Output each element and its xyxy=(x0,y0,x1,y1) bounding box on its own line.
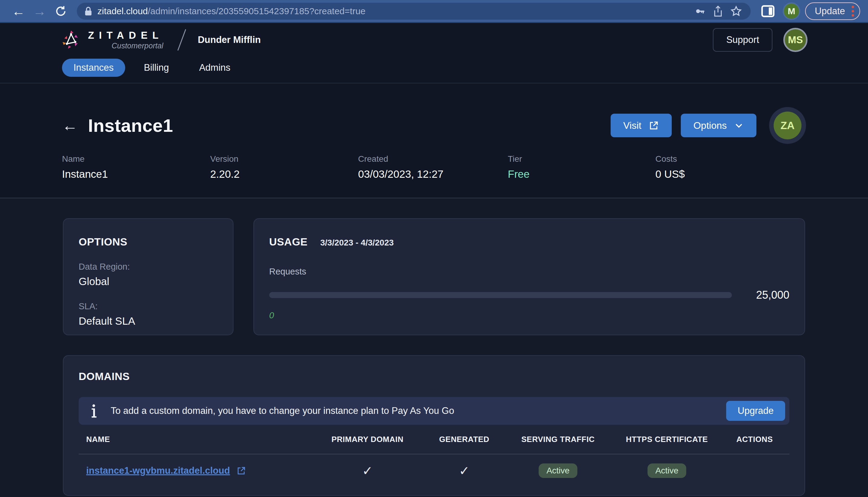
instance-avatar-initials: ZA xyxy=(781,119,795,131)
lock-icon xyxy=(84,6,93,16)
data-region-label: Data Region: xyxy=(79,262,218,272)
https-certificate-cell: Active xyxy=(647,464,686,478)
generated-check: ✓ xyxy=(459,464,470,478)
url-domain: zitadel.cloud xyxy=(97,6,148,16)
col-header-name: NAME xyxy=(86,435,316,444)
tab-instances[interactable]: Instances xyxy=(62,59,125,77)
domain-link-text: instance1-wgvbmu.zitadel.cloud xyxy=(86,465,230,476)
meta-version-label: Version xyxy=(210,154,358,164)
primary-domain-check: ✓ xyxy=(362,464,373,478)
meta-created-label: Created xyxy=(358,154,508,164)
usage-card-header: USAGE 3/3/2023 - 4/3/2023 xyxy=(269,236,789,248)
options-button-label: Options xyxy=(694,120,727,131)
col-header-actions: ACTIONS xyxy=(737,435,773,444)
options-card: OPTIONS Data Region: Global SLA: Default… xyxy=(63,218,234,335)
https-certificate-badge: Active xyxy=(647,464,686,478)
address-bar[interactable]: zitadel.cloud/admin/instances/2035590515… xyxy=(77,3,751,20)
meta-tier-label: Tier xyxy=(508,154,655,164)
col-header-serving-traffic: SERVING TRAFFIC xyxy=(521,435,594,444)
key-icon xyxy=(695,6,705,17)
url-text: zitadel.cloud/admin/instances/2035590515… xyxy=(97,6,366,16)
col-header-primary-domain: PRIMARY DOMAIN xyxy=(332,435,404,444)
usage-period: 3/3/2023 - 4/3/2023 xyxy=(320,238,394,247)
usage-current-value: 0 xyxy=(269,311,789,321)
url-path: /admin/instances/203559051542397185?crea… xyxy=(148,6,366,16)
usage-card: USAGE 3/3/2023 - 4/3/2023 Requests 25,00… xyxy=(253,218,805,335)
browser-forward-button[interactable]: → xyxy=(30,2,49,20)
side-panel-button[interactable] xyxy=(761,4,775,18)
tab-billing[interactable]: Billing xyxy=(132,59,181,77)
meta-name-value: Instance1 xyxy=(62,168,210,180)
page-title: Instance1 xyxy=(88,115,173,136)
hero-actions: Visit Options ZA xyxy=(611,107,806,144)
app-header: ZITADEL Customerportal Dunder Mifflin Su… xyxy=(0,23,868,83)
share-button[interactable] xyxy=(711,4,725,18)
domains-table: NAME PRIMARY DOMAIN GENERATED SERVING TR… xyxy=(79,425,789,487)
browser-update-label: Update xyxy=(815,6,845,17)
domain-name-cell: instance1-wgvbmu.zitadel.cloud xyxy=(86,465,316,476)
header-top-row: ZITADEL Customerportal Dunder Mifflin Su… xyxy=(0,23,868,57)
meta-version-value: 2.20.2 xyxy=(210,168,358,180)
upgrade-notice-text: To add a custom domain, you have to chan… xyxy=(111,406,712,416)
meta-version: Version 2.20.2 xyxy=(210,154,358,180)
sla-label: SLA: xyxy=(79,301,218,311)
browser-toolbar: ← → zitadel.cloud/admin/instances/203559… xyxy=(0,0,868,23)
brand-subtitle: Customerportal xyxy=(112,42,163,49)
tab-billing-label: Billing xyxy=(144,62,169,73)
external-link-icon xyxy=(237,466,246,475)
serving-traffic-cell: Active xyxy=(538,464,577,478)
meta-tier-value: Free xyxy=(508,168,655,180)
password-key-button[interactable] xyxy=(693,4,706,18)
browser-back-button[interactable]: ← xyxy=(9,2,28,20)
col-header-https-certificate: HTTPS CERTIFICATE xyxy=(626,435,708,444)
domain-link[interactable]: instance1-wgvbmu.zitadel.cloud xyxy=(86,465,316,476)
reload-icon xyxy=(55,5,67,17)
org-name: Dunder Mifflin xyxy=(198,34,261,45)
upgrade-button[interactable]: Upgrade xyxy=(726,401,785,421)
tab-admins-label: Admins xyxy=(199,62,230,73)
meta-tier: Tier Free xyxy=(508,154,655,180)
info-icon xyxy=(91,404,97,418)
brand-wordmark: ZITADEL Customerportal xyxy=(88,30,163,49)
tab-admins[interactable]: Admins xyxy=(187,59,242,77)
usage-metric-label: Requests xyxy=(269,267,789,276)
meta-costs: Costs 0 US$ xyxy=(655,154,806,180)
visit-button-label: Visit xyxy=(623,120,642,131)
col-header-generated: GENERATED xyxy=(439,435,489,444)
usage-limit-value: 25,000 xyxy=(732,289,789,301)
breadcrumb-slash-icon xyxy=(177,28,187,52)
instance-hero: ← Instance1 Visit Options ZA xyxy=(0,83,868,198)
upgrade-notice-banner: To add a custom domain, you have to chan… xyxy=(79,397,789,425)
instance-avatar[interactable]: ZA xyxy=(774,112,801,139)
options-button[interactable]: Options xyxy=(681,114,756,137)
zitadel-logo-icon xyxy=(62,30,81,50)
browser-reload-button[interactable] xyxy=(52,2,70,20)
meta-created: Created 03/03/2023, 12:27 xyxy=(358,154,508,180)
top-cards-row: OPTIONS Data Region: Global SLA: Default… xyxy=(63,218,805,335)
meta-created-value: 03/03/2023, 12:27 xyxy=(358,168,508,180)
instance-avatar-halo: ZA xyxy=(769,107,806,144)
tab-instances-label: Instances xyxy=(73,62,114,73)
meta-name-label: Name xyxy=(62,154,210,164)
meta-costs-value: 0 US$ xyxy=(655,168,806,180)
domains-card: DOMAINS To add a custom domain, you have… xyxy=(63,355,805,496)
browser-menu-kebab-icon[interactable] xyxy=(851,4,855,18)
chevron-down-icon xyxy=(734,120,744,130)
share-icon xyxy=(713,5,723,17)
external-link-icon xyxy=(649,120,659,131)
hero-title-row: ← Instance1 Visit Options ZA xyxy=(62,107,806,144)
user-avatar[interactable]: MS xyxy=(783,28,808,52)
side-panel-icon xyxy=(761,4,775,18)
domains-table-header: NAME PRIMARY DOMAIN GENERATED SERVING TR… xyxy=(86,425,782,454)
upgrade-button-label: Upgrade xyxy=(738,406,774,416)
brand-logo[interactable]: ZITADEL Customerportal xyxy=(62,30,163,50)
visit-button[interactable]: Visit xyxy=(611,114,672,137)
support-button[interactable]: Support xyxy=(713,28,772,52)
back-button[interactable]: ← xyxy=(62,116,83,134)
bookmark-button[interactable] xyxy=(729,4,743,18)
meta-name: Name Instance1 xyxy=(62,154,210,180)
serving-traffic-badge: Active xyxy=(538,464,577,478)
browser-update-button[interactable]: Update xyxy=(805,2,860,20)
domains-card-title: DOMAINS xyxy=(79,370,789,382)
browser-profile-avatar[interactable]: M xyxy=(783,2,800,20)
